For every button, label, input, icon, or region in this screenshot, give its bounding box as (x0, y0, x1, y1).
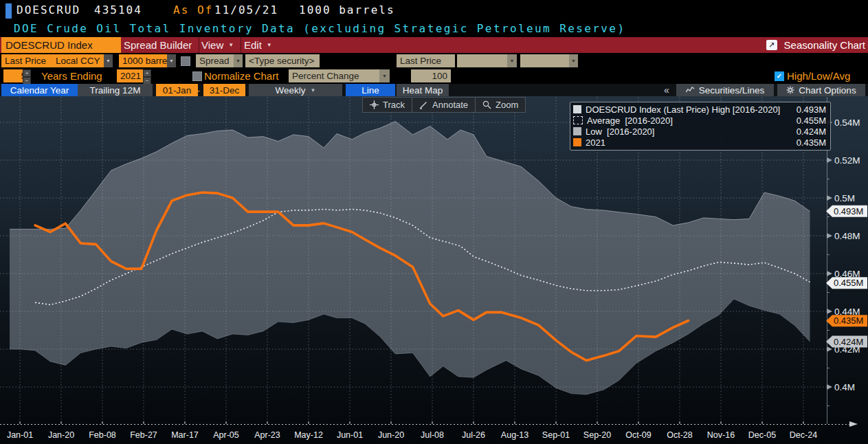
years-ending-label: Years Ending (41, 69, 102, 82)
menubar: DOESCRUD Index Spread Builder View▼ Edit… (0, 37, 868, 53)
chart-options-button[interactable]: Chart Options (777, 84, 865, 96)
x-tick-label: Feb-08 (89, 430, 116, 440)
tab-calendar-year[interactable]: Calendar Year (1, 84, 78, 96)
legend-value: 0.455M (788, 115, 826, 126)
annotate-button[interactable]: Annotate (412, 98, 476, 112)
legend-swatch-icon (573, 138, 581, 146)
legend-value: 0.493M (788, 104, 826, 115)
ticker-value: 435104 (94, 3, 142, 16)
security-input[interactable]: DOESCRUD Index (1, 37, 121, 53)
high-low-avg-label: High/Low/Avg (787, 69, 850, 82)
change-mode-arrow[interactable]: ▼ (379, 69, 390, 82)
title-row: DOE Crude Oil Total Inventory Data (excl… (0, 21, 868, 37)
high-low-avg-checkbox[interactable]: ✓ (775, 71, 784, 81)
y-tick-label: 0.48M (834, 231, 860, 241)
collapse-chevrons[interactable]: « (664, 85, 669, 96)
legend-swatch-icon (573, 105, 581, 113)
x-tick-label: May-12 (294, 430, 323, 440)
spread-dropdown-arrow[interactable]: ▼ (234, 54, 243, 67)
legend-label: DOESCRUD Index (Last Price) High [2016-2… (586, 104, 788, 115)
x-tick-label: Feb-27 (130, 430, 157, 440)
legend-swatch-icon (573, 116, 583, 124)
track-crosshair-icon (370, 100, 379, 109)
frequency-dropdown[interactable]: Weekly▼ (249, 84, 342, 96)
empty-dropdown-1[interactable] (457, 54, 514, 67)
tabs-row: Calendar Year Trailing 12M 01-Jan - 31-D… (0, 84, 868, 97)
cursor-block (5, 3, 12, 19)
chart-plot-area[interactable]: 0.4M0.42M0.44M0.46M0.48M0.5M0.52M0.54MJa… (0, 96, 868, 444)
x-tick-label: Dec-05 (748, 430, 776, 440)
x-tick-label: Aug-13 (501, 430, 528, 440)
years-stepper[interactable]: +− (23, 69, 31, 82)
unit-dropdown-arrow[interactable]: ▼ (167, 54, 176, 67)
type-security-input[interactable]: <Type security> (245, 54, 320, 67)
zoom-button[interactable]: Zoom (476, 98, 525, 112)
as-of-label: As Of (173, 3, 213, 16)
axis-badge-label: 0.493M (834, 206, 863, 217)
x-tick-label: Dec-24 (790, 430, 817, 440)
legend-value: 0.435M (788, 137, 826, 148)
axis-badge-label: 0.424M (834, 337, 863, 347)
legend-row[interactable]: Low [2016-2020]0.424M (573, 126, 826, 137)
x-tick-label: Jun-01 (337, 430, 363, 440)
y-tick-label: 0.54M (834, 118, 860, 128)
base-value-input[interactable]: 100 (411, 69, 451, 82)
header-row: DOESCRUD 435104 As Of 11/05/21 1000 barr… (0, 0, 868, 21)
empty-dropdown-1-arrow[interactable]: ▼ (507, 54, 517, 67)
legend-row[interactable]: Average [2016-2020]0.455M (573, 115, 826, 126)
normalize-label: Normalize Chart (204, 69, 278, 82)
tab-trailing-12m[interactable]: Trailing 12M (78, 84, 153, 96)
export-icon: ↗ (766, 40, 777, 50)
edit-menu[interactable]: Edit▼ (237, 37, 279, 53)
legend-value: 0.424M (788, 126, 826, 137)
x-tick-label: Sep-01 (542, 430, 570, 440)
x-tick-label: Jul-08 (421, 430, 444, 440)
year-end-stepper[interactable]: +− (143, 69, 151, 82)
currency-dropdown[interactable]: Local CCY (52, 54, 111, 67)
chevron-down-icon: ▼ (311, 87, 316, 93)
legend-swatch-icon (573, 127, 581, 135)
y-tick-label: 0.52M (834, 155, 860, 166)
gear-icon (786, 86, 794, 94)
view-menu[interactable]: View▼ (194, 37, 241, 53)
unit-dropdown[interactable]: 1000 barre (119, 54, 174, 67)
range-end-input[interactable]: 31-Dec (203, 84, 245, 96)
price-field-2[interactable]: Last Price (397, 54, 455, 67)
track-button[interactable]: Track (363, 98, 412, 112)
y-tick-label: 0.4M (834, 382, 855, 392)
tab-line[interactable]: Line (346, 84, 395, 96)
chart-tool-bar: Track Annotate Zoom (362, 97, 526, 113)
legend-row[interactable]: 20210.435M (573, 137, 826, 148)
unit-label: 1000 barrels (299, 3, 395, 16)
legend-row[interactable]: DOESCRUD Index (Last Price) High [2016-2… (573, 104, 826, 115)
normalize-checkbox[interactable] (192, 71, 202, 81)
line-chart-icon (686, 87, 695, 93)
x-tick-label: Jan-20 (48, 430, 74, 440)
x-tick-label: Apr-23 (254, 430, 280, 440)
x-tick-label: Apr-05 (213, 430, 239, 440)
empty-dropdown-2-arrow[interactable]: ▼ (569, 54, 578, 67)
y-tick-label: 0.5M (834, 193, 855, 203)
axis-badge-label: 0.455M (834, 278, 863, 288)
ticker: DOESCRUD (16, 3, 80, 16)
currency-dropdown-arrow[interactable]: ▼ (104, 54, 113, 67)
legend-label: Low [2016-2020] (586, 126, 788, 137)
securities-lines-button[interactable]: Securities/Lines (676, 84, 774, 96)
axis-badge-label: 0.435M (834, 315, 863, 326)
x-tick-label: Oct-28 (667, 430, 693, 440)
range-start-input[interactable]: 01-Jan (156, 84, 198, 96)
legend-label: Average [2016-2020] (587, 115, 788, 126)
x-tick-label: Jun-20 (378, 430, 404, 440)
x-tick-label: Mar-17 (171, 430, 199, 440)
price-field-dropdown[interactable]: Last Price (1, 54, 54, 67)
seasonality-chart-button[interactable]: ↗ Seasonality Chart (766, 37, 865, 53)
spread-builder-button[interactable]: Spread Builder (117, 37, 199, 53)
x-tick-label: Sep-20 (583, 430, 611, 440)
spread-checkbox[interactable] (181, 56, 190, 66)
chart-legend: DOESCRUD Index (Last Price) High [2016-2… (570, 102, 831, 151)
tab-heat-map[interactable]: Heat Map (397, 84, 449, 96)
change-mode-dropdown[interactable]: Percent Change (289, 69, 386, 82)
as-of-date: 11/05/21 (214, 3, 278, 16)
empty-dropdown-2[interactable] (520, 54, 576, 67)
annotate-pencil-icon (419, 101, 428, 109)
